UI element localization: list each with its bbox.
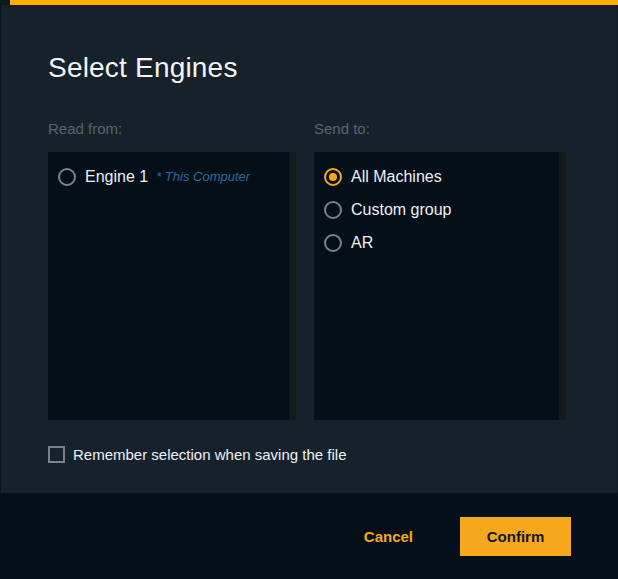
radio-unselected-icon[interactable] [58,168,76,186]
remember-checkbox-label: Remember selection when saving the file [73,446,346,463]
remember-selection-row[interactable]: Remember selection when saving the file [48,446,346,463]
cancel-button[interactable]: Cancel [364,528,413,545]
dialog-footer: Cancel Confirm [0,493,618,579]
remember-checkbox[interactable] [48,446,65,463]
accent-top-bar [0,0,618,5]
radio-unselected-icon[interactable] [324,234,342,252]
send-panel-scrollbar[interactable] [559,152,566,420]
send-to-panel: All Machines Custom group AR [314,152,566,420]
radio-unselected-icon[interactable] [324,201,342,219]
engine-option-engine-1[interactable]: Engine 1 * This Computer [48,160,296,193]
send-option-label: Custom group [351,201,452,219]
send-option-ar[interactable]: AR [314,226,566,259]
engine-option-label: Engine 1 [85,168,148,186]
send-option-label: AR [351,234,373,252]
send-to-label: Send to: [314,120,370,137]
send-option-label: All Machines [351,168,442,186]
read-from-label: Read from: [48,120,122,137]
page-title: Select Engines [48,52,238,84]
send-option-all-machines[interactable]: All Machines [314,160,566,193]
confirm-button[interactable]: Confirm [460,517,571,556]
send-option-custom-group[interactable]: Custom group [314,193,566,226]
radio-selected-icon[interactable] [324,168,342,186]
this-computer-note: * This Computer [156,169,250,184]
select-engines-dialog: Select Engines Read from: Send to: Engin… [0,0,618,579]
accent-bar-notch [0,0,10,5]
read-from-panel: Engine 1 * This Computer [48,152,296,420]
read-panel-scrollbar[interactable] [289,152,296,420]
